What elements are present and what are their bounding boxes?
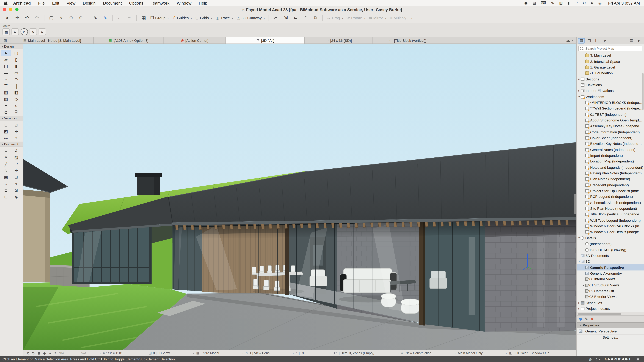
cutaway-menu[interactable]: ◳3D Cutaway▾ (235, 15, 266, 20)
tree-arrow-icon[interactable]: ▸ (578, 307, 581, 310)
zoom-in[interactable]: ⊕ (76, 14, 86, 21)
marquee-tool[interactable]: ▢ (46, 14, 56, 21)
status-segment-7[interactable]: 1 | CD› (295, 351, 331, 355)
tree-item[interactable]: ▸Sections (577, 76, 644, 82)
bimcloud-status-button[interactable]: ☁ ▾ (563, 37, 576, 43)
tree-item[interactable]: Window & Door CAD Blocks (Independent) (577, 223, 644, 229)
status-segment-9[interactable]: 4 | New Construction› (400, 351, 456, 355)
tab-4[interactable]: ◳[3D / All] (226, 37, 305, 43)
drag-menu[interactable]: ↔Drag▾ (325, 15, 345, 20)
tab-1[interactable]: ▤Main Level - Noted [3. Main Level] (11, 37, 94, 43)
tree-item[interactable]: Schematic Sketch (Independent) (577, 200, 644, 206)
tool-fill[interactable]: ▨ (11, 154, 22, 161)
tool-roof[interactable]: ⌂ (1, 76, 11, 82)
tool-dimension[interactable]: ↔ (1, 147, 11, 154)
tree-arrow-icon[interactable]: ▾ (578, 95, 581, 98)
stage-manager-icon[interactable]: ▥ (557, 1, 565, 5)
tree-item[interactable]: Project Start Up Checklist (Independent) (577, 188, 644, 194)
tree-item[interactable]: 00 Interior Views (577, 276, 644, 282)
tree-scrollbar[interactable] (642, 73, 644, 110)
tool-wall[interactable]: ▱ (1, 56, 11, 63)
tool-label[interactable]: ≣ (1, 187, 11, 193)
tree-item[interactable]: Notes and Legends (Independent) (577, 164, 644, 170)
tool-arc[interactable]: ◠ (11, 160, 22, 167)
tab-5[interactable]: ▭[24 x 36 (SD)] (305, 37, 373, 43)
view-map-button[interactable]: ◫ (586, 38, 592, 43)
split-tool[interactable]: ✂ (271, 14, 281, 21)
tree-arrow-icon[interactable]: ▸ (582, 284, 585, 287)
undo-button[interactable]: ↶ (22, 14, 32, 21)
menu-item-archicad[interactable]: Archicad (10, 1, 34, 5)
menu-item-options[interactable]: Options (126, 1, 147, 5)
tree-arrow-icon[interactable]: ▾ (578, 236, 581, 240)
status-segment-11[interactable]: ◧Full Color - Shadows On› (508, 351, 574, 355)
redo-button[interactable]: ↷ (32, 14, 42, 21)
mini-panel-button[interactable]: ▦ (2, 28, 10, 35)
tree-item[interactable]: Generic Perspective (577, 264, 644, 270)
add-viewpoint-button[interactable]: ⊕ (579, 317, 582, 321)
tree-hscrollbar[interactable] (577, 312, 644, 315)
zoom-out-button[interactable]: ⊖ (36, 351, 42, 355)
inject-parameters[interactable]: ✎ (100, 14, 110, 21)
tool-worksheet[interactable]: ✛ (11, 128, 22, 135)
layout-book-button[interactable]: ❐ (594, 38, 600, 43)
tool-text[interactable]: A (1, 154, 11, 161)
tool-opening[interactable]: ⊙ (1, 109, 11, 115)
tool-marker[interactable]: ◈ (11, 193, 22, 200)
status-segment-2[interactable]: N/A› (80, 351, 102, 355)
edit-viewpoint-button[interactable]: ✎ (584, 317, 588, 321)
tool-object[interactable]: ✦ (1, 102, 11, 109)
pointer-tool[interactable]: ➤ (2, 14, 12, 21)
status-segment-8[interactable]: ❏1 | Default, Zones (Empty)› (331, 351, 400, 355)
tree-item[interactable]: Site Plan Notes (Independent) (577, 206, 644, 212)
tree-item[interactable]: General Notes (Independent) (577, 147, 644, 153)
search-input[interactable] (584, 46, 641, 51)
tool-elevation[interactable]: ⊿ (11, 121, 22, 128)
tree-item[interactable]: Plan Notes (Independent) (577, 176, 644, 182)
tree-arrow-icon[interactable]: ▸ (578, 301, 581, 304)
tool-morph[interactable]: ◇ (11, 96, 22, 102)
tree-item[interactable]: Paving Plan Notes (Independent) (577, 170, 644, 176)
time-machine-icon[interactable]: ⟲ (549, 1, 557, 5)
tree-item[interactable]: (Independent) (577, 241, 644, 247)
tree-item[interactable]: Import (Independent) (577, 153, 644, 158)
tool-shell[interactable]: ◠ (11, 76, 22, 82)
tree-item[interactable]: 1. Garage Level (577, 64, 644, 70)
tool-interior-elevation[interactable]: ◩ (1, 128, 11, 135)
grids-menu[interactable]: ⊞Grids▾ (194, 15, 214, 20)
tree-item[interactable]: 02 Cameras Off (577, 288, 644, 294)
tree-item[interactable]: ▾Details (577, 235, 644, 241)
tree-item[interactable]: 01 TEST (Independent) (577, 111, 644, 117)
zoom-out[interactable]: ⊖ (66, 14, 76, 21)
group-menu[interactable]: ❐Group▾ (149, 15, 170, 20)
tree-item[interactable]: D-02 DETAIL (Drawing) (577, 247, 644, 253)
pan-tool[interactable]: ✛ (12, 14, 22, 21)
tool-window[interactable]: ◫ (1, 63, 11, 69)
tool-arrow[interactable]: ➤ (1, 50, 11, 56)
control-center-icon[interactable]: ⧉ (588, 1, 596, 5)
properties-header[interactable]: ▼ Properties (577, 322, 644, 328)
globe-icon[interactable]: ◍ (587, 358, 594, 361)
tab-2[interactable]: ▦[A103 Annex Option 3] (94, 37, 164, 43)
spotlight-icon[interactable]: ⊙ (580, 1, 588, 5)
tree-item[interactable]: Window & Door Details (Independent) (577, 229, 644, 235)
screen-record-icon[interactable]: ◉ (522, 1, 530, 5)
status-segment-10[interactable]: Main Model Only› (457, 351, 508, 355)
menu-item-document[interactable]: Document (99, 1, 126, 5)
tree-arrow-icon[interactable]: ▸ (578, 89, 581, 92)
status-segment-3[interactable]: ⌗1/8" = 1'-0"› (102, 351, 147, 355)
menu-item-edit[interactable]: Edit (48, 1, 63, 5)
display-icon[interactable]: ▤ (530, 1, 538, 5)
tool-marquee[interactable]: ▢ (11, 50, 22, 56)
menu-item-help[interactable]: Help (195, 1, 211, 5)
tree-item[interactable]: Location Map (Independent) (577, 159, 644, 164)
mini-expand-2[interactable]: ▸ (39, 28, 46, 35)
tool-figure[interactable]: ▣ (1, 174, 11, 180)
tree-item[interactable]: ▾3D (577, 259, 644, 264)
rotate-menu[interactable]: ⟳Rotate▾ (345, 15, 367, 20)
tool-spline[interactable]: ∿ (1, 167, 11, 174)
status-segment-6[interactable]: ✎1 | View Pens› (244, 351, 295, 355)
tool-mesh[interactable]: ▦ (1, 96, 11, 102)
tree-item[interactable]: Assembly Key Notes (Independent) (577, 123, 644, 129)
tool-section[interactable]: ∟ (1, 121, 11, 128)
